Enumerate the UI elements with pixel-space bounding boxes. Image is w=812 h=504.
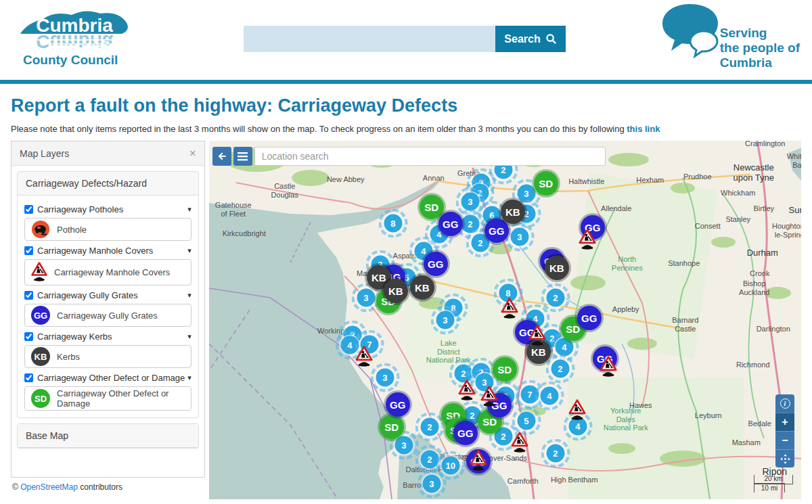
this-link[interactable]: this link <box>627 124 660 134</box>
gully-grate-marker[interactable]: GG <box>438 212 463 236</box>
kerb-marker[interactable]: KB <box>410 275 434 300</box>
other-defect-marker[interactable]: SD <box>380 415 404 439</box>
cluster-marker[interactable]: 3 <box>436 311 454 329</box>
roadworks-sign-icon <box>528 324 546 346</box>
manhole-cover-marker[interactable] <box>568 398 586 420</box>
manhole-cover-marker[interactable] <box>501 297 518 319</box>
hamburger-icon <box>238 152 248 161</box>
roadworks-sign-icon <box>355 345 373 367</box>
openstreetmap-link[interactable]: OpenStreetMap <box>20 482 78 492</box>
scale-mi: 10 mi <box>754 483 785 492</box>
layer-checkbox[interactable] <box>24 205 33 214</box>
manhole-cover-marker[interactable] <box>355 345 373 367</box>
layer-toggle-row: Carriageway Other Defect or Damage▾ <box>24 373 191 383</box>
cumbria-logo[interactable]: Cumbria Cumbria County Council <box>15 7 143 68</box>
attribution-prefix: © <box>12 482 20 492</box>
manhole-cover-marker[interactable] <box>600 355 617 377</box>
legend-text: Carriageway Other Defect or Damage <box>57 388 185 409</box>
chevron-down-icon[interactable]: ▾ <box>187 205 191 214</box>
cluster-marker[interactable]: 2 <box>420 418 438 436</box>
locate-button[interactable] <box>775 449 794 467</box>
cluster-marker[interactable]: 8 <box>384 214 402 233</box>
manhole-cover-marker[interactable] <box>528 324 546 346</box>
layer-name: Carriageway Potholes <box>37 204 123 214</box>
cluster-marker[interactable]: 2 <box>551 360 569 378</box>
left-column: Map Layers × Carriageway Defects/Hazard … <box>11 141 205 492</box>
page-note-text: Please note that only items reported in … <box>11 124 627 134</box>
chevron-down-icon[interactable]: ▾ <box>187 332 191 341</box>
cluster-marker[interactable]: 3 <box>394 436 413 455</box>
map-layers-body: Carriageway Defects/Hazard Carriageway P… <box>12 166 204 477</box>
other-defect-marker[interactable]: SD <box>420 195 444 219</box>
manhole-cover-marker[interactable] <box>470 449 487 471</box>
manhole-cover-marker[interactable] <box>458 379 476 400</box>
cluster-marker[interactable]: 3 <box>376 369 394 387</box>
manhole-cover-marker[interactable] <box>511 431 528 453</box>
map-viewport[interactable]: New AbbeyAnnanGretnaCastle DouglasGateho… <box>209 141 801 499</box>
base-map-section: Base Map <box>17 423 199 449</box>
kerb-marker[interactable]: KB <box>501 200 525 224</box>
gully-grate-marker[interactable]: GG <box>577 306 602 330</box>
gully-grate-marker[interactable]: GG <box>484 219 509 243</box>
info-button[interactable]: i <box>775 394 794 413</box>
search-icon <box>545 33 557 45</box>
chevron-down-icon[interactable]: ▾ <box>187 246 191 255</box>
list-menu-button[interactable] <box>233 147 252 166</box>
gully-grate-marker[interactable]: GG <box>424 252 448 276</box>
manhole-cover-marker[interactable] <box>579 228 596 250</box>
base-map-title[interactable]: Base Map <box>18 424 198 448</box>
kerb-marker[interactable]: KB <box>384 279 408 303</box>
speech-bubbles-icon <box>659 3 724 61</box>
tagline-line1: Serving <box>720 26 800 41</box>
page-title: Report a fault on the highway: Carriagew… <box>11 95 801 116</box>
site-search-button[interactable]: Search <box>495 26 566 52</box>
cluster-marker[interactable]: 3 <box>510 228 528 246</box>
layer-checkbox[interactable] <box>24 291 33 300</box>
layer-checkbox[interactable] <box>24 246 33 255</box>
cluster-marker[interactable]: 2 <box>546 289 564 307</box>
chevron-down-icon[interactable]: ▾ <box>187 291 191 300</box>
cluster-marker[interactable]: 2 <box>546 444 564 463</box>
gully-grate-marker[interactable]: GG <box>453 421 478 445</box>
back-arrow-button[interactable] <box>212 147 231 166</box>
cluster-marker[interactable]: 3 <box>357 289 375 307</box>
site-search-input[interactable] <box>244 26 495 52</box>
close-icon[interactable]: × <box>189 147 196 159</box>
zoom-out-button[interactable]: − <box>775 431 794 449</box>
cluster-marker[interactable]: 10 <box>441 457 459 475</box>
layer-name: Carriageway Kerbs <box>37 331 112 342</box>
cluster-marker[interactable]: 5 <box>517 412 535 430</box>
legend-text: Pothole <box>57 225 87 235</box>
layer-list: Carriageway Potholes▾PotholeCarriageway … <box>18 196 198 417</box>
other-defect-marker[interactable]: SD <box>493 357 517 382</box>
map-search-bar <box>212 147 606 166</box>
logo-wordmark-reflection: Cumbria <box>36 31 113 52</box>
location-search-input[interactable] <box>254 147 606 166</box>
other-defect-marker[interactable]: SD <box>534 171 558 196</box>
legend-item: SDCarriageway Other Defect or Damage <box>24 386 191 411</box>
page-note: Please note that only items reported in … <box>11 124 801 134</box>
attribution-suffix: contributors <box>78 482 122 492</box>
pothole-icon <box>31 220 50 239</box>
cluster-marker[interactable]: 4 <box>540 387 558 405</box>
roadworks-sign-icon <box>480 385 498 407</box>
roadworks-sign-icon <box>511 431 528 453</box>
chevron-down-icon[interactable]: ▾ <box>187 373 191 382</box>
map-layers-panel: Map Layers × Carriageway Defects/Hazard … <box>11 141 205 478</box>
arrow-left-icon <box>217 151 227 162</box>
serving-cumbria-logo: Serving the people of Cumbria <box>659 3 800 70</box>
gully-grate-marker[interactable]: GG <box>386 392 410 417</box>
manhole-cover-marker[interactable] <box>480 385 498 407</box>
zoom-in-button[interactable]: + <box>775 413 794 431</box>
kerb-marker[interactable]: KB <box>545 256 569 280</box>
map-scale: 20 km 10 mi <box>754 475 793 493</box>
layer-label: Carriageway Kerbs <box>24 331 112 342</box>
layer-toggle-row: Carriageway Kerbs▾ <box>24 331 191 342</box>
cluster-marker[interactable]: 3 <box>422 475 441 493</box>
layer-checkbox[interactable] <box>24 373 33 382</box>
layer-checkbox[interactable] <box>24 332 33 341</box>
roadworks-sign-icon <box>470 449 487 471</box>
layer-name: Carriageway Manhole Covers <box>37 246 153 256</box>
cluster-marker[interactable]: 3 <box>461 193 479 211</box>
legend-item: Carriageway Manhole Covers <box>24 259 191 285</box>
